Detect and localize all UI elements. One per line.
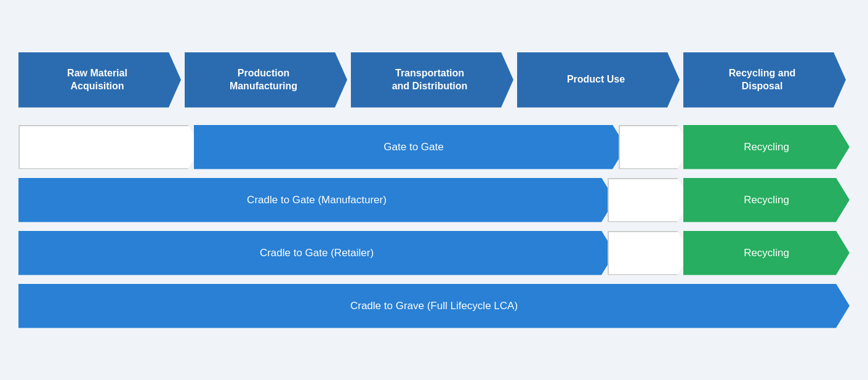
label-recycling-1: Recycling (744, 141, 789, 153)
seg-blue-ctg-manufacturer: Cradle to Gate (Manufacturer) (18, 178, 615, 222)
header-label-transportation: Transportationand Distribution (392, 67, 468, 93)
header-label-production: ProductionManufacturing (230, 67, 297, 93)
label-gate-to-gate: Gate to Gate (384, 141, 443, 153)
header-arrow-transportation: Transportationand Distribution (351, 52, 513, 108)
header-label-recycling-disposal: Recycling andDisposal (729, 67, 795, 93)
diagram-container: Raw MaterialAcquisition ProductionManufa… (12, 42, 856, 338)
seg-green-recycling-1: Recycling (683, 125, 850, 169)
label-ctg-retailer: Cradle to Gate (Retailer) (260, 247, 374, 259)
seg-blue-ctg-retailer: Cradle to Gate (Retailer) (18, 231, 615, 275)
bar-row-cradle-to-gate-manufacturer: Cradle to Gate (Manufacturer) Recycling (18, 178, 850, 222)
label-recycling-3: Recycling (744, 247, 789, 259)
bar-row-cradle-to-gate-retailer: Cradle to Gate (Retailer) Recycling (18, 231, 850, 275)
seg-green-recycling-2: Recycling (683, 178, 850, 222)
header-arrow-production: ProductionManufacturing (185, 52, 347, 108)
header-label-product-use: Product Use (567, 73, 625, 86)
seg-white-middle-1 (619, 125, 691, 169)
seg-white-ctg-retailer (608, 231, 691, 275)
bars-section: Gate to Gate Recycling Cradle to Gate (M… (18, 125, 850, 328)
label-ctg-manufacturer: Cradle to Gate (Manufacturer) (247, 194, 387, 206)
header-arrow-raw-material: Raw MaterialAcquisition (18, 52, 181, 108)
seg-blue-gate-to-gate: Gate to Gate (194, 125, 626, 169)
bar-row-cradle-to-grave: Cradle to Grave (Full Lifecycle LCA) (18, 284, 850, 328)
label-recycling-2: Recycling (744, 194, 789, 206)
header-row: Raw MaterialAcquisition ProductionManufa… (18, 52, 850, 108)
seg-blue-ctg-full: Cradle to Grave (Full Lifecycle LCA) (18, 284, 850, 328)
seg-green-recycling-3: Recycling (683, 231, 850, 275)
label-cradle-to-grave: Cradle to Grave (Full Lifecycle LCA) (350, 300, 518, 312)
seg-white-1 (18, 125, 201, 169)
header-arrow-recycling-disposal: Recycling andDisposal (683, 52, 846, 108)
header-arrow-product-use: Product Use (517, 52, 680, 108)
bar-row-gate-to-gate: Gate to Gate Recycling (18, 125, 850, 169)
header-label-raw-material: Raw MaterialAcquisition (67, 67, 127, 93)
seg-white-ctg-manufacturer (608, 178, 691, 222)
